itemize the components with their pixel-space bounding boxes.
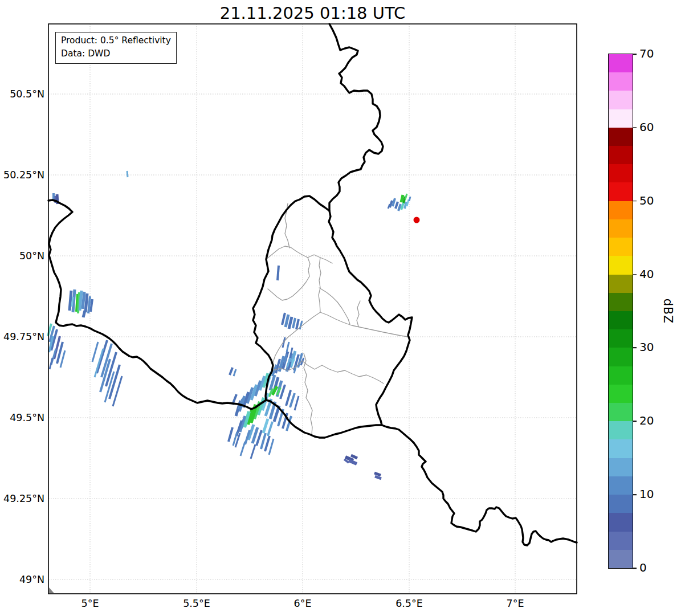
radar-echo-segment	[282, 313, 285, 325]
country-border-path	[253, 196, 412, 438]
radar-echo-segment	[85, 293, 87, 312]
colorbar-segment	[609, 311, 633, 329]
y-tick-label: 50.25°N	[3, 169, 44, 181]
product-label: Product: 0.5° Reflectivity	[61, 34, 171, 47]
radar-echo-segment	[70, 291, 71, 311]
colorbar-segment	[609, 329, 633, 348]
radar-echo-segment	[83, 292, 84, 309]
admin-border-path	[357, 301, 360, 327]
radar-echo-segment	[300, 321, 302, 329]
colorbar-segment	[609, 219, 633, 238]
x-tick-label: 6°E	[277, 597, 328, 610]
colorbar-segment	[609, 550, 633, 568]
radar-echo-segment	[278, 266, 279, 280]
colorbar-tick-mark	[633, 421, 637, 422]
colorbar-segment	[609, 256, 633, 274]
colorbar-segment	[609, 366, 633, 385]
radar-echo-segment	[390, 201, 392, 207]
colorbar-segment	[609, 421, 633, 439]
colorbar-unit-label: dBZ	[661, 299, 675, 324]
x-tick-label: 5°E	[64, 597, 116, 610]
colorbar-tick-label: 10	[639, 488, 654, 500]
radar-echo-segment	[229, 427, 233, 442]
radar-echo-segment	[290, 393, 295, 407]
colorbar-tick-label: 20	[639, 415, 654, 426]
radar-echo-segment	[395, 202, 398, 209]
admin-border-path	[319, 258, 321, 312]
y-tick-label: 50.5°N	[3, 88, 44, 100]
y-tick-label: 49.25°N	[3, 492, 44, 505]
colorbar-segment	[609, 385, 633, 403]
radar-echo-segment	[80, 291, 81, 311]
radar-echo-segment	[127, 171, 128, 177]
colorbar-tick-label: 70	[639, 48, 654, 59]
colorbar-tick-mark	[633, 201, 637, 202]
radar-echo-segment	[375, 476, 381, 479]
radar-echo-segment	[263, 419, 268, 433]
colorbar-segment	[609, 91, 633, 109]
radar-echo-segment	[286, 315, 288, 327]
radar-echo-segment	[349, 460, 357, 464]
admin-border-path	[268, 258, 310, 300]
radar-echo-segment	[295, 396, 299, 410]
radar-echo-segment	[409, 197, 410, 201]
colorbar-tick-mark	[633, 494, 637, 495]
colorbar-tick-mark	[633, 127, 637, 128]
x-tick-label: 6.5°E	[384, 597, 435, 610]
colorbar-segment	[609, 293, 633, 311]
radar-echo-segment	[401, 203, 403, 210]
radar-echo-segment	[72, 297, 73, 307]
radar-echo-segment	[289, 317, 292, 329]
y-tick-label: 50°N	[3, 250, 44, 262]
colorbar-tick-label: 30	[639, 341, 654, 353]
radar-echo-segment	[398, 204, 401, 211]
radar-echo-segment	[290, 390, 291, 395]
colorbar-segment	[609, 238, 633, 256]
colorbar-segment	[609, 164, 633, 182]
radar-echo-segment	[60, 350, 65, 368]
x-tick-label: 7°E	[490, 597, 541, 610]
colorbar-segment	[609, 201, 633, 219]
colorbar-segment	[609, 476, 633, 495]
colorbar-segment	[609, 513, 633, 531]
y-tick-label: 49°N	[3, 573, 44, 586]
radar-echo-segment	[97, 340, 107, 373]
radar-echo-segment	[351, 455, 357, 458]
colorbar-segment	[609, 348, 633, 366]
radar-echo-segment	[91, 299, 92, 312]
colorbar-tick-mark	[633, 568, 637, 569]
radar-echo-segment	[230, 368, 233, 375]
radar-echo-segment	[92, 342, 98, 362]
radar-echo-segment	[374, 473, 381, 475]
radar-echo-segment	[405, 194, 407, 199]
radar-echo-segment	[261, 433, 266, 449]
radar-figure: 21.11.2025 01:18 UTC Product: 0.5° Refle…	[0, 0, 685, 616]
colorbar-axis-label: dBZ	[661, 54, 675, 568]
colorbar-gradient	[609, 54, 633, 568]
radar-echo-segment	[401, 195, 403, 202]
colorbar-segment	[609, 54, 633, 72]
colorbar-tick-label: 0	[639, 562, 647, 573]
colorbar-segment	[609, 275, 633, 293]
radar-echo-segment	[269, 439, 274, 455]
radar-echo-segment	[407, 199, 409, 206]
country-border-path	[382, 425, 577, 545]
radar-echo-segment	[251, 444, 255, 459]
colorbar-segment	[609, 532, 633, 550]
country-border-path	[329, 24, 383, 211]
colorbar-tick-mark	[633, 274, 637, 275]
radar-echo-segment	[284, 354, 287, 364]
y-tick-label: 49.75°N	[3, 331, 44, 343]
radar-echo-segment	[296, 319, 299, 329]
product-info-box: Product: 0.5° Reflectivity Data: DWD	[55, 32, 177, 64]
colorbar-segment	[609, 458, 633, 476]
radar-echo-segment	[393, 198, 395, 206]
colorbar-segment	[609, 109, 633, 128]
colorbar-tick-mark	[633, 348, 637, 349]
radar-echo-segment	[287, 342, 289, 352]
colorbar-segment	[609, 403, 633, 421]
map-corner-wedge	[49, 588, 54, 593]
colorbar-tick-mark	[633, 54, 637, 55]
radar-echo-segment	[405, 202, 406, 209]
colorbar-segment	[609, 146, 633, 164]
